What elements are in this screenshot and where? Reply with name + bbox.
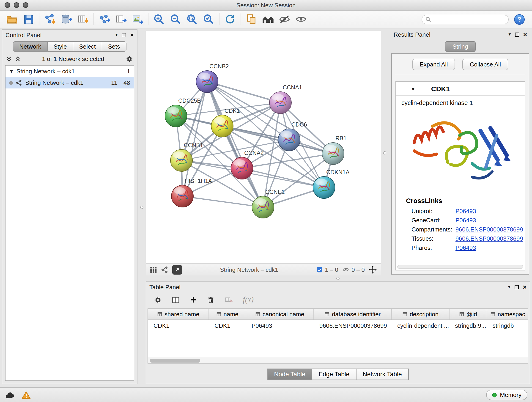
horizontal-splitter-handle[interactable] (336, 277, 340, 280)
close-window-button[interactable] (5, 2, 10, 8)
column-header-name[interactable]: name (209, 309, 246, 319)
crosslink-link[interactable]: P06493 (456, 244, 476, 251)
grid-view-icon[interactable] (149, 266, 157, 274)
network-node-HIST1H1A[interactable]: HIST1H1A (171, 178, 212, 207)
column-header-database-identifier[interactable]: database identifier (314, 309, 392, 319)
table-cell[interactable]: cyclin-dependent ... (392, 322, 450, 329)
column-header-description[interactable]: description (392, 309, 450, 319)
import-network-database-button[interactable] (58, 12, 75, 27)
table-cell[interactable]: stringdb:9... (450, 322, 487, 329)
network-canvas[interactable]: CCNB2CCNA1CDC25BCDK1CDC6RB1CCNB1CCNA2CDK… (146, 31, 381, 263)
show-columns-icon[interactable] (171, 295, 180, 304)
column-header-shared-name[interactable]: shared name (148, 309, 209, 319)
left-splitter-handle[interactable] (140, 206, 143, 209)
table-cell[interactable]: 9606.ENSP00000378699 (314, 322, 392, 329)
scrollbar-thumb[interactable] (150, 359, 200, 363)
search-input[interactable] (433, 16, 505, 22)
tab-select[interactable]: Select (73, 41, 102, 52)
tab-node-table[interactable]: Node Table (267, 369, 312, 380)
expand-all-icon[interactable] (15, 56, 21, 62)
network-edge[interactable] (207, 82, 263, 207)
panel-menu-icon[interactable]: ▾ (509, 32, 511, 37)
close-panel-icon[interactable]: × (130, 32, 134, 38)
collapse-all-button[interactable]: Collapse All (462, 59, 508, 70)
network-node-CDK1[interactable]: CDK1 (211, 108, 240, 137)
network-options-gear-icon[interactable] (126, 55, 133, 63)
column-header-namespac[interactable]: namespac (487, 309, 528, 319)
function-builder-button[interactable]: f(x) (243, 295, 254, 304)
tab-network[interactable]: Network (13, 41, 47, 52)
network-row-selected[interactable]: String Network – cdk1 11 48 (6, 77, 134, 89)
table-options-gear-icon[interactable] (153, 295, 162, 304)
table-horizontal-scrollbar[interactable] (148, 357, 528, 363)
network-node-CCNB2[interactable]: CCNB2 (196, 63, 229, 93)
add-column-icon[interactable] (189, 296, 197, 304)
expand-all-button[interactable]: Expand All (412, 59, 455, 70)
panel-menu-icon[interactable]: ▾ (508, 285, 510, 289)
crosslink-link[interactable]: P06493 (456, 217, 476, 223)
save-session-button[interactable] (20, 12, 37, 27)
zoom-selected-button[interactable] (200, 12, 217, 27)
close-panel-icon[interactable]: × (523, 31, 527, 38)
tab-string[interactable]: String (445, 41, 476, 52)
clear-table-icon-disabled[interactable] (224, 296, 234, 304)
duplicate-network-button[interactable] (243, 12, 260, 27)
maximize-window-button[interactable] (23, 2, 28, 8)
memory-button[interactable]: Memory (486, 390, 527, 400)
tab-style[interactable]: Style (48, 41, 73, 52)
network-edge[interactable] (182, 196, 263, 207)
zoom-fit-button[interactable] (184, 12, 200, 27)
export-table-button[interactable] (113, 12, 129, 27)
show-all-button[interactable] (293, 12, 309, 27)
network-node-CDKN1A[interactable]: CDKN1A (313, 169, 350, 198)
table-cell[interactable]: stringdb (487, 322, 528, 329)
delete-column-trash-icon[interactable] (207, 296, 215, 304)
float-panel-icon[interactable] (515, 32, 519, 36)
network-node-RB1[interactable]: RB1 (322, 135, 347, 165)
float-panel-icon[interactable] (515, 285, 519, 289)
import-network-file-button[interactable] (42, 12, 58, 27)
column-header-canonical-name[interactable]: canonical name (246, 309, 314, 319)
cloud-status-icon[interactable] (5, 390, 16, 400)
zoom-out-button[interactable] (167, 12, 184, 27)
tab-edge-table[interactable]: Edge Table (312, 369, 356, 380)
selected-checkbox-icon[interactable] (316, 266, 323, 273)
search-box[interactable] (422, 14, 509, 24)
collection-expand-icon[interactable]: ▼ (9, 69, 14, 74)
section-collapse-icon[interactable]: ▼ (411, 86, 416, 91)
tab-network-table[interactable]: Network Table (356, 369, 409, 380)
column-header--id[interactable]: @id (450, 309, 487, 319)
table-cell[interactable]: CDK1 (209, 322, 246, 329)
detach-view-button[interactable] (172, 265, 182, 274)
table-cell[interactable]: CDK1 (148, 322, 209, 329)
collapse-all-icon[interactable] (6, 56, 12, 62)
network-node-CDC25B[interactable]: CDC25B (165, 97, 201, 127)
close-panel-icon[interactable]: × (523, 284, 526, 290)
open-session-button[interactable] (4, 12, 20, 27)
export-network-button[interactable] (96, 12, 113, 27)
import-table-button[interactable] (75, 12, 91, 27)
float-panel-icon[interactable] (122, 33, 126, 37)
export-image-button[interactable] (129, 12, 146, 27)
apply-layout-button[interactable] (222, 12, 238, 27)
tab-sets[interactable]: Sets (102, 41, 127, 52)
help-button[interactable]: ? (514, 14, 525, 25)
zoom-in-button[interactable] (151, 12, 167, 27)
network-node-CCNA1[interactable]: CCNA1 (269, 84, 302, 114)
crosslink-link[interactable]: P06493 (456, 207, 476, 214)
hide-selected-button[interactable] (276, 12, 293, 27)
crosslink-link[interactable]: 9606.ENSP00000378699 (456, 235, 523, 242)
first-neighbors-button[interactable] (260, 12, 276, 27)
table-cell[interactable]: P06493 (246, 322, 314, 329)
crosslink-link[interactable]: 9606.ENSP00000378699 (456, 226, 523, 233)
minimize-window-button[interactable] (14, 2, 19, 8)
hidden-eye-slash-icon[interactable] (342, 266, 350, 273)
results-scrollbar[interactable] (397, 265, 523, 269)
pan-crosshair-icon[interactable] (368, 265, 377, 274)
network-collection-row[interactable]: ▼ String Network – cdk1 1 (6, 65, 134, 77)
panel-menu-icon[interactable]: ▾ (115, 32, 118, 37)
right-splitter-handle[interactable] (383, 151, 386, 154)
birds-eye-view-icon[interactable] (161, 266, 169, 274)
warning-icon[interactable] (21, 390, 31, 400)
table-row[interactable]: CDK1CDK1P064939606.ENSP00000378699cyclin… (148, 320, 528, 331)
